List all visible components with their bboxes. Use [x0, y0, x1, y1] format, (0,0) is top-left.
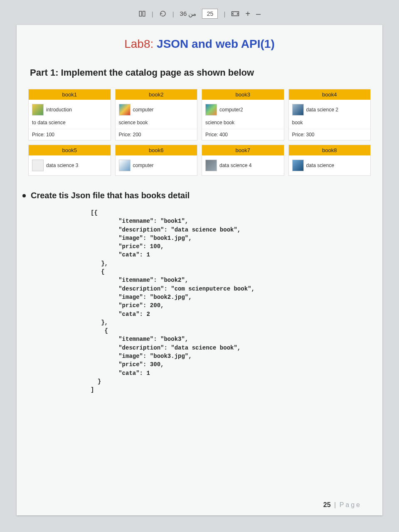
footer-label: Page [340, 501, 362, 508]
card-desc: introduction [46, 107, 72, 113]
card-header: book3 [202, 89, 284, 100]
card-header: book8 [289, 145, 371, 155]
card-desc: data science 3 [46, 163, 78, 168]
catalog-grid: book1 introduction to data science Price… [28, 89, 371, 176]
book-card: book1 introduction to data science Price… [28, 89, 111, 140]
card-sub: science book [202, 120, 284, 129]
refresh-icon[interactable] [159, 10, 167, 17]
card-header: book6 [116, 145, 197, 155]
zoom-in-button[interactable]: + [245, 9, 250, 19]
card-desc: data science 4 [219, 163, 251, 168]
card-desc: data science [306, 163, 334, 168]
zoom-out-button[interactable]: – [256, 9, 261, 19]
footer-sep: | [334, 501, 336, 508]
fit-width-icon[interactable] [231, 11, 239, 17]
separator: | [152, 10, 153, 17]
document-page: Lab8: JSON and web API(1) Part 1: Implem… [17, 25, 382, 515]
book-card: book6 computer [115, 145, 198, 176]
card-header: book1 [29, 89, 111, 100]
book-thumb-icon [32, 160, 44, 171]
bullet-icon [22, 194, 26, 197]
layout-icon[interactable] [138, 10, 146, 17]
section-heading: Part 1: Implement the catalog page as sh… [30, 67, 371, 78]
book-card: book5 data science 3 [28, 145, 111, 176]
book-thumb-icon [119, 160, 131, 171]
card-price: Price: 300 [289, 129, 371, 140]
card-price: Price: 400 [202, 129, 284, 140]
card-desc: data science 2 [306, 107, 338, 113]
title-subject: JSON and web API(1) [157, 37, 275, 50]
book-thumb-icon [32, 104, 44, 116]
book-card: book8 data science [288, 145, 371, 176]
card-header: book5 [29, 145, 111, 155]
book-card: book2 computer science book Price: 200 [115, 89, 198, 140]
book-thumb-icon [205, 160, 217, 171]
card-desc: computer2 [219, 107, 243, 113]
book-thumb-icon [292, 160, 304, 171]
card-header: book4 [289, 89, 371, 100]
separator: | [172, 10, 174, 17]
page-footer: 25 | Page [323, 501, 362, 509]
card-sub: science book [116, 120, 197, 129]
card-sub: to data science [29, 120, 111, 129]
book-card: book4 data science 2 book Price: 300 [288, 89, 371, 140]
title-label: Lab8: [124, 37, 153, 50]
card-price: Price: 200 [116, 129, 197, 140]
page-total-label: من 36 [180, 10, 197, 17]
svg-rect-1 [143, 11, 145, 16]
card-header: book7 [202, 145, 284, 155]
card-desc: computer [133, 107, 154, 113]
book-card: book3 computer2 science book Price: 400 [202, 89, 284, 140]
bullet-text: Create tis Json file that has books deta… [31, 191, 190, 200]
footer-page-number: 25 [323, 501, 331, 508]
viewer-toolbar: | | من 36 25 | + – [138, 7, 261, 20]
card-header: book2 [116, 89, 197, 100]
book-thumb-icon [205, 104, 217, 116]
book-card: book7 data science 4 [202, 145, 284, 176]
book-thumb-icon [119, 104, 131, 116]
bullet-item: Create tis Json file that has books deta… [22, 191, 371, 200]
card-sub: book [289, 120, 371, 129]
card-price: Price: 100 [29, 129, 111, 140]
book-thumb-icon [292, 104, 304, 116]
card-desc: computer [133, 163, 154, 168]
page-title: Lab8: JSON and web API(1) [28, 37, 371, 51]
separator: | [224, 10, 225, 17]
svg-rect-0 [139, 11, 141, 16]
page-input[interactable]: 25 [202, 9, 218, 19]
code-block: [{ "itemname": "book1", "description": "… [91, 209, 371, 394]
